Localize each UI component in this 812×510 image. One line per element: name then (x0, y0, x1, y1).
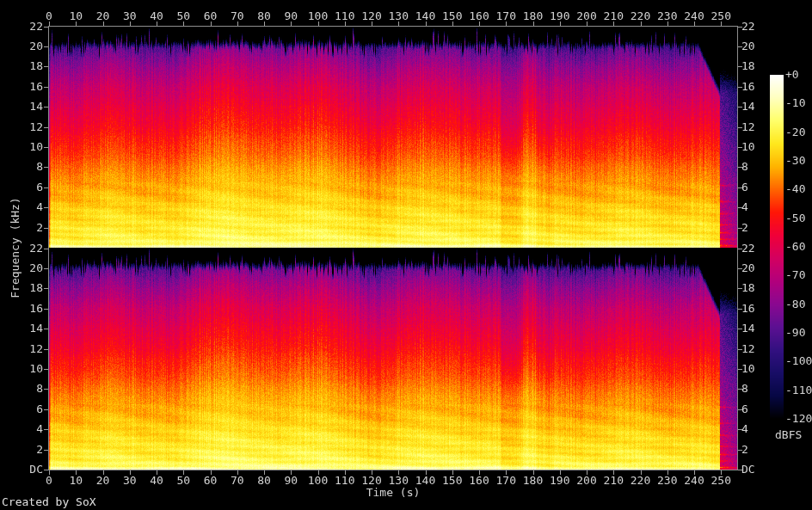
x-tick-mark-bottom (613, 470, 614, 475)
x-tick-mark-bottom (667, 470, 668, 475)
x-tick-label-top: 40 (150, 10, 163, 22)
x-tick-label-bottom: 40 (150, 475, 163, 487)
x-tick-mark-top (452, 22, 453, 26)
x-tick-mark-top (372, 22, 372, 26)
y-tick-label-left: 22 (7, 21, 43, 33)
y-tick-mark-left (44, 167, 48, 168)
x-tick-mark-bottom (426, 470, 427, 475)
x-tick-label-top: 80 (257, 10, 271, 22)
y-tick-label-right: 14 (741, 323, 755, 335)
y-tick-label-left: 8 (7, 383, 43, 395)
x-tick-mark-top (641, 22, 642, 26)
colorbar-tick-label: -30 (785, 155, 805, 167)
y-tick-mark-left (44, 249, 48, 249)
y-tick-mark-right (738, 309, 742, 310)
x-tick-mark-bottom (372, 470, 372, 475)
y-tick-label-right: 4 (741, 423, 748, 435)
colorbar-tick-label: -20 (785, 126, 805, 138)
x-tick-mark-bottom (183, 470, 184, 475)
y-tick-mark-right (738, 249, 742, 249)
y-tick-mark-left (44, 127, 48, 128)
x-tick-label-top: 220 (631, 10, 650, 22)
x-tick-mark-bottom (506, 470, 507, 475)
colorbar-unit-label: dBFS (775, 429, 802, 441)
x-tick-mark-bottom (103, 470, 104, 475)
x-tick-label-top: 170 (496, 10, 516, 22)
x-tick-label-bottom: 180 (523, 475, 543, 487)
x-tick-label-top: 230 (657, 10, 677, 22)
x-tick-label-bottom: 230 (657, 475, 677, 487)
x-tick-label-bottom: 20 (96, 475, 110, 487)
x-tick-label-bottom: 170 (496, 475, 516, 487)
x-tick-label-top: 70 (231, 10, 244, 22)
x-tick-mark-top (76, 22, 77, 26)
y-tick-label-right: 10 (741, 141, 755, 153)
y-tick-mark-right-dc (738, 470, 742, 470)
x-tick-label-top: 100 (308, 10, 328, 22)
x-tick-mark-top (318, 22, 319, 26)
x-tick-mark-top (157, 22, 157, 26)
y-tick-label-left: 6 (7, 181, 43, 194)
x-tick-label-top: 30 (123, 10, 137, 22)
x-tick-label-bottom: 80 (257, 475, 271, 487)
y-tick-label-right-dc: DC (741, 464, 755, 476)
y-tick-mark-right (738, 87, 742, 88)
colorbar-tick-label: -100 (785, 355, 812, 367)
x-tick-label-bottom: 150 (442, 475, 462, 487)
x-tick-mark-top (587, 22, 587, 26)
x-tick-label-bottom: 250 (711, 475, 731, 487)
x-tick-label-top: 160 (469, 10, 489, 22)
y-tick-label-right: 10 (741, 363, 755, 375)
y-tick-label-left: 16 (7, 81, 43, 93)
y-tick-label-right: 6 (741, 181, 748, 194)
x-tick-mark-top (506, 22, 507, 26)
colorbar-tick-label: -40 (785, 183, 805, 195)
x-tick-mark-top (398, 22, 399, 26)
y-tick-label-right: 8 (741, 383, 748, 395)
x-tick-label-bottom: 130 (389, 475, 409, 487)
x-tick-label-bottom: 100 (308, 475, 328, 487)
colorbar-tick-label: -60 (785, 241, 805, 253)
x-tick-mark-top (49, 22, 50, 26)
x-tick-mark-top (291, 22, 292, 26)
y-tick-mark-right (738, 268, 742, 269)
y-tick-label-left: 12 (7, 121, 43, 133)
colorbar-tick-label: -10 (785, 97, 805, 109)
x-tick-mark-bottom (479, 470, 480, 475)
x-tick-label-bottom: 30 (123, 475, 137, 487)
x-tick-mark-top (130, 22, 131, 26)
y-tick-mark-left (44, 46, 48, 47)
x-tick-label-bottom: 190 (550, 475, 569, 487)
y-tick-label-left: 4 (7, 423, 43, 435)
y-tick-label-right: 2 (741, 444, 748, 456)
y-tick-mark-left (44, 187, 48, 188)
y-tick-mark-left (44, 288, 48, 289)
x-tick-mark-bottom (264, 470, 265, 475)
x-tick-mark-bottom (211, 470, 212, 475)
y-tick-label-left: 20 (7, 40, 43, 52)
y-tick-mark-right (738, 429, 742, 430)
y-tick-mark-left (44, 87, 48, 88)
x-tick-mark-top (694, 22, 695, 26)
x-tick-label-bottom: 120 (361, 475, 381, 487)
y-tick-label-right: 12 (741, 121, 755, 133)
x-tick-label-top: 20 (96, 10, 110, 22)
x-tick-mark-bottom (452, 470, 453, 475)
x-tick-label-top: 110 (335, 10, 354, 22)
x-tick-label-top: 120 (361, 10, 381, 22)
y-tick-mark-right (738, 389, 742, 390)
y-tick-label-right: 2 (741, 222, 748, 234)
y-tick-mark-right (738, 107, 742, 108)
axes-layer: 0010102020303040405050606070708080909010… (0, 0, 812, 510)
x-tick-mark-bottom (533, 470, 534, 475)
x-tick-label-bottom: 210 (604, 475, 624, 487)
x-tick-label-top: 130 (389, 10, 409, 22)
x-tick-mark-top (426, 22, 427, 26)
colorbar-tick-label: +0 (785, 69, 799, 81)
colorbar-tick-label: -110 (785, 384, 812, 396)
y-tick-label-left: 2 (7, 444, 43, 456)
y-tick-label-left: 18 (7, 60, 43, 72)
x-tick-label-top: 190 (550, 10, 569, 22)
x-tick-mark-bottom (345, 470, 346, 475)
y-tick-mark-left (44, 309, 48, 310)
